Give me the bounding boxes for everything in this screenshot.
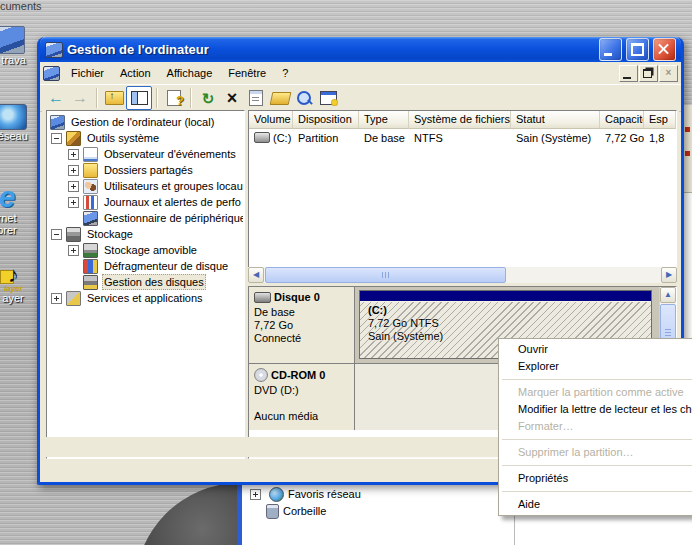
users-icon xyxy=(83,179,98,194)
column-header-systeme-fichiers[interactable]: Système de fichiers xyxy=(409,111,511,129)
expand-icon[interactable] xyxy=(68,245,79,256)
network-monitor-icon xyxy=(0,104,27,130)
tree-item-observateur-evenements[interactable]: Observateur d'événements xyxy=(48,146,243,162)
minimize-button[interactable] xyxy=(599,38,622,61)
tree-item-journaux-alertes[interactable]: Journaux et alertes de perfo xyxy=(48,194,243,210)
desktop: cuments e trava réseau e rnet orer ♪ lay… xyxy=(0,0,692,545)
delete-button[interactable]: × xyxy=(220,87,244,109)
tree-item-stockage[interactable]: Stockage xyxy=(48,226,243,242)
menu-item-explorer[interactable]: Explorer xyxy=(499,358,692,375)
mdi-restore-button[interactable] xyxy=(639,65,658,82)
toolbar: ← → ↻ × xyxy=(40,85,681,112)
tree-item-corbeille[interactable]: Corbeille xyxy=(266,503,326,519)
expand-icon[interactable] xyxy=(68,181,79,192)
tree-item-dossiers-partages[interactable]: Dossiers partagés xyxy=(48,162,243,178)
desktop-icon-favoris-reseau[interactable]: réseau xyxy=(0,104,34,142)
menu-affichage[interactable]: Affichage xyxy=(159,65,221,81)
volume-row-c[interactable]: (C:) Partition De base NTFS Sain (Systèm… xyxy=(249,129,676,146)
close-button[interactable] xyxy=(653,38,676,61)
tree-item-gestion-des-disques[interactable]: Gestion des disques xyxy=(48,274,243,290)
expand-icon[interactable] xyxy=(68,197,79,208)
red-mark xyxy=(685,127,690,132)
media-player-icon: ♪ layer xyxy=(0,266,28,292)
maximize-button[interactable] xyxy=(626,38,649,61)
back-arrow-icon: ← xyxy=(48,90,64,106)
mdi-child-icon[interactable] xyxy=(43,66,60,81)
desktop-icon-poste-de-travail[interactable]: e trava xyxy=(0,26,32,66)
shared-folder-icon xyxy=(83,163,98,178)
desktop-icon-internet-explorer[interactable]: e rnet orer xyxy=(0,182,30,236)
properties-button[interactable] xyxy=(244,87,268,109)
forward-arrow-icon: → xyxy=(72,90,88,106)
hard-disk-icon xyxy=(254,292,271,303)
expand-icon[interactable] xyxy=(68,149,79,160)
tree-item-utilisateurs-groupes[interactable]: Utilisateurs et groupes locau xyxy=(48,178,243,194)
window-system-icon[interactable] xyxy=(45,42,63,58)
tree-item-outils-systeme[interactable]: Outils système xyxy=(48,130,243,146)
storage-icon xyxy=(66,227,81,242)
title-bar[interactable]: Gestion de l'ordinateur xyxy=(40,37,681,62)
column-header-volume[interactable]: Volume xyxy=(249,111,293,129)
collapse-icon[interactable] xyxy=(51,229,62,240)
console-options-button[interactable] xyxy=(316,87,340,109)
expand-icon[interactable] xyxy=(250,489,261,500)
menu-aide[interactable]: ? xyxy=(274,65,296,81)
collapse-icon[interactable] xyxy=(51,133,62,144)
menu-item-formater: Formater… xyxy=(499,418,692,435)
refresh-button[interactable]: ↻ xyxy=(196,87,220,109)
partition-context-menu: Ouvrir Explorer Marquer la partition com… xyxy=(498,338,692,516)
back-button[interactable]: ← xyxy=(44,87,68,109)
window-title: Gestion de l'ordinateur xyxy=(67,42,595,57)
expand-icon[interactable] xyxy=(51,293,62,304)
cdrom-info-card[interactable]: CD-ROM 0 DVD (D:) Aucun média xyxy=(249,364,355,430)
help-button[interactable] xyxy=(162,87,186,109)
scrollbar-thumb[interactable] xyxy=(265,267,506,283)
device-manager-icon xyxy=(83,211,98,226)
menu-separator xyxy=(502,465,692,466)
column-header-disposition[interactable]: Disposition xyxy=(293,111,359,129)
menu-item-marquer-partition-active: Marquer la partition comme active xyxy=(499,384,692,401)
tree-item-root[interactable]: Gestion de l'ordinateur (local) xyxy=(48,114,243,130)
menu-separator xyxy=(502,379,692,380)
partition-type-band xyxy=(360,291,651,302)
volume-list-horizontal-scrollbar[interactable]: ◀ ▶ xyxy=(248,267,677,283)
scroll-right-button[interactable]: ▶ xyxy=(661,267,677,283)
tree-item-favoris-reseau[interactable]: Favoris réseau xyxy=(250,486,361,502)
open-button[interactable] xyxy=(268,87,292,109)
volume-list: Volume Disposition Type Système de fichi… xyxy=(248,110,677,268)
menu-action[interactable]: Action xyxy=(112,65,159,81)
menu-item-proprietes[interactable]: Propriétés xyxy=(499,470,692,487)
menu-item-ouvrir[interactable]: Ouvrir xyxy=(499,341,692,358)
help-icon xyxy=(167,90,181,106)
up-one-level-button[interactable] xyxy=(102,87,126,109)
scroll-left-button[interactable]: ◀ xyxy=(248,267,264,283)
drive-icon xyxy=(254,132,270,143)
menu-fenetre[interactable]: Fenêtre xyxy=(220,65,274,81)
computer-icon xyxy=(50,115,65,130)
column-header-espace[interactable]: Esp xyxy=(644,111,676,129)
refresh-icon: ↻ xyxy=(202,91,215,106)
tree-item-gestionnaire-peripheriques[interactable]: Gestionnaire de périphérique xyxy=(48,210,243,226)
show-hide-tree-button[interactable] xyxy=(126,86,152,110)
mdi-close-button[interactable]: × xyxy=(659,65,678,82)
delete-x-icon: × xyxy=(227,90,238,106)
console-gear-icon xyxy=(320,91,337,105)
scroll-up-button[interactable]: ▲ xyxy=(660,287,676,303)
disk0-info-card[interactable]: Disque 0 De base 7,72 Go Connecté xyxy=(249,287,355,363)
toolbar-separator xyxy=(156,88,158,108)
forward-button[interactable]: → xyxy=(68,87,92,109)
tree-item-services-applications[interactable]: Services et applications xyxy=(48,290,243,306)
find-button[interactable] xyxy=(292,87,316,109)
mdi-minimize-button[interactable] xyxy=(619,65,638,82)
menu-item-aide[interactable]: Aide xyxy=(499,496,692,513)
tree-item-stockage-amovible[interactable]: Stockage amovible xyxy=(48,242,243,258)
menu-item-modifier-lettre-lecteur[interactable]: Modifier la lettre de lecteur et les che… xyxy=(499,401,692,418)
column-header-statut[interactable]: Statut xyxy=(511,111,600,129)
menu-fichier[interactable]: Fichier xyxy=(63,65,112,81)
desktop-icon-media-player[interactable]: ♪ layer ayer xyxy=(0,266,36,304)
tree-item-defragmenteur[interactable]: Défragmenteur de disque xyxy=(48,258,243,274)
services-icon xyxy=(66,291,81,306)
expand-icon[interactable] xyxy=(68,165,79,176)
column-header-type[interactable]: Type xyxy=(359,111,409,129)
column-header-capacite[interactable]: Capacité xyxy=(600,111,644,129)
